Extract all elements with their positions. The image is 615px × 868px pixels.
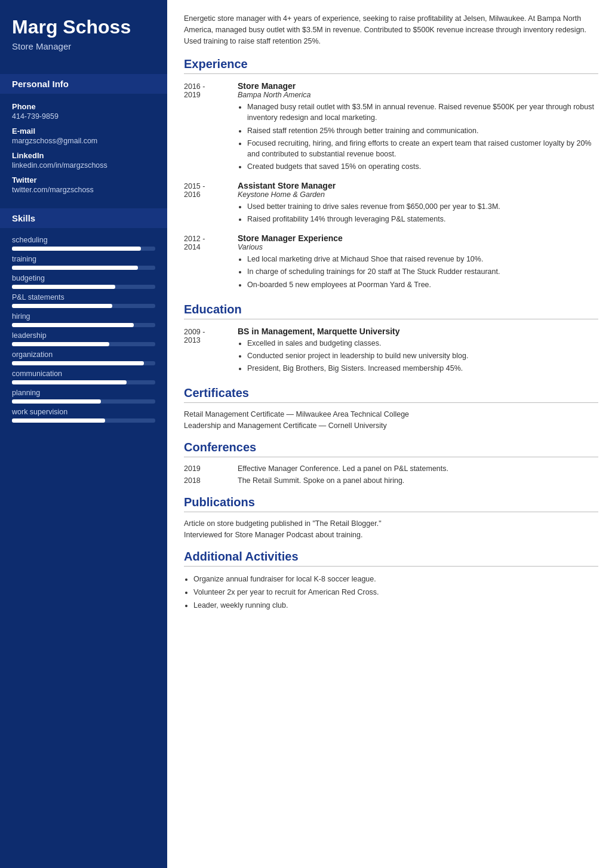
- conference-entry: 2018 The Retail Summit. Spoke on a panel…: [184, 476, 598, 485]
- skill-bar: [12, 304, 155, 308]
- skill-bar: [12, 418, 155, 423]
- sidebar: Marg Schoss Store Manager Personal Info …: [0, 0, 167, 868]
- additional-title: Additional Activities: [184, 550, 598, 567]
- skill-name: leadership: [12, 331, 155, 340]
- edu-bullet: Conducted senior project in leadership t…: [247, 350, 598, 361]
- skill-bar: [12, 266, 155, 270]
- exp-bullets: Used better training to drive sales reve…: [238, 201, 598, 224]
- certificates-title: Certificates: [184, 386, 598, 403]
- skill-item: work supervision: [0, 406, 167, 425]
- exp-dates: 2015 -2016: [184, 181, 238, 226]
- email-field: E-mail margzschoss@gmail.com: [0, 124, 167, 149]
- skill-item: budgeting: [0, 272, 167, 291]
- publication-item: Interviewed for Store Manager Podcast ab…: [184, 531, 598, 539]
- exp-content: Store Manager Bampa North America Manage…: [238, 81, 598, 174]
- exp-dates: 2016 -2019: [184, 81, 238, 174]
- resume-container: Marg Schoss Store Manager Personal Info …: [0, 0, 615, 868]
- twitter-label: Twitter: [12, 176, 155, 184]
- phone-value: 414-739-9859: [12, 112, 155, 121]
- skill-bar: [12, 323, 155, 327]
- twitter-value: twitter.com/margzschoss: [12, 186, 155, 194]
- edu-degree: BS in Management, Marquette University: [238, 327, 598, 336]
- linkedin-label: LinkedIn: [12, 151, 155, 160]
- twitter-field: Twitter twitter.com/margzschoss: [0, 173, 167, 198]
- exp-bullet: Raised staff retention 25% through bette…: [247, 125, 598, 136]
- additional-item: Organize annual fundraiser for local K-8…: [193, 574, 598, 584]
- skill-name: work supervision: [12, 408, 155, 416]
- additional-section: Additional Activities Organize annual fu…: [184, 550, 598, 611]
- candidate-title: Store Manager: [12, 41, 155, 51]
- conferences-list: 2019 Effective Manager Conference. Led a…: [184, 464, 598, 485]
- conf-text: Effective Manager Conference. Led a pane…: [238, 464, 598, 473]
- phone-label: Phone: [12, 102, 155, 111]
- skill-name: communication: [12, 370, 155, 378]
- edu-bullet: Excelled in sales and budgeting classes.: [247, 338, 598, 349]
- exp-content: Assistant Store Manager Keystone Home & …: [238, 181, 598, 226]
- skill-bar-fill: [12, 266, 138, 270]
- exp-bullet: On-boarded 5 new employees at Poorman Ya…: [247, 279, 598, 290]
- exp-company: Bampa North America: [238, 91, 598, 99]
- skill-name: organization: [12, 350, 155, 359]
- education-list: 2009 -2013 BS in Management, Marquette U…: [184, 327, 598, 375]
- phone-field: Phone 414-739-9859: [0, 100, 167, 124]
- publications-section: Publications Article on store budgeting …: [184, 495, 598, 539]
- skill-name: budgeting: [12, 274, 155, 282]
- skill-bar-fill: [12, 304, 112, 308]
- exp-job-title: Store Manager: [238, 81, 598, 91]
- email-value: margzschoss@gmail.com: [12, 137, 155, 145]
- conference-entry: 2019 Effective Manager Conference. Led a…: [184, 464, 598, 473]
- edu-bullet: President, Big Brothers, Big Sisters. In…: [247, 363, 598, 374]
- conferences-title: Conferences: [184, 441, 598, 457]
- skill-bar-fill: [12, 380, 127, 384]
- personal-info-title: Personal Info: [0, 74, 167, 94]
- exp-job-title: Store Manager Experience: [238, 233, 598, 243]
- skills-section: Skills scheduling training budgeting P&L…: [0, 208, 167, 425]
- skill-name: hiring: [12, 312, 155, 321]
- experience-list: 2016 -2019 Store Manager Bampa North Ame…: [184, 81, 598, 291]
- publication-item: Article on store budgeting published in …: [184, 519, 598, 528]
- skill-bar: [12, 380, 155, 384]
- skill-name: scheduling: [12, 236, 155, 244]
- exp-job-title: Assistant Store Manager: [238, 181, 598, 190]
- personal-info-section: Personal Info Phone 414-739-9859 E-mail …: [0, 74, 167, 198]
- experience-section: Experience 2016 -2019 Store Manager Bamp…: [184, 57, 598, 291]
- experience-entry: 2015 -2016 Assistant Store Manager Keyst…: [184, 181, 598, 226]
- linkedin-value: linkedin.com/in/margzschoss: [12, 161, 155, 170]
- sidebar-header: Marg Schoss Store Manager: [0, 0, 167, 63]
- additional-item: Leader, weekly running club.: [193, 600, 598, 611]
- skill-name: training: [12, 255, 155, 263]
- experience-entry: 2016 -2019 Store Manager Bampa North Ame…: [184, 81, 598, 174]
- candidate-name: Marg Schoss: [12, 17, 155, 38]
- exp-bullets: Led local marketing drive at Michaud Sho…: [238, 254, 598, 290]
- publications-title: Publications: [184, 495, 598, 512]
- skill-bar-fill: [12, 418, 105, 423]
- additional-item: Volunteer 2x per year to recruit for Ame…: [193, 587, 598, 598]
- skill-bar-fill: [12, 247, 141, 251]
- skill-item: training: [0, 253, 167, 272]
- email-label: E-mail: [12, 127, 155, 136]
- exp-bullet: Created budgets that saved 15% on operat…: [247, 161, 598, 172]
- conf-text: The Retail Summit. Spoke on a panel abou…: [238, 476, 598, 485]
- skill-item: planning: [0, 387, 167, 406]
- education-title: Education: [184, 303, 598, 319]
- skill-item: organization: [0, 349, 167, 368]
- skill-bar-fill: [12, 323, 134, 327]
- publications-list: Article on store budgeting published in …: [184, 519, 598, 539]
- skill-name: P&L statements: [12, 293, 155, 301]
- skills-list: scheduling training budgeting P&L statem…: [0, 234, 167, 425]
- skill-bar-fill: [12, 399, 101, 404]
- exp-bullet: Managed busy retail outlet with $3.5M in…: [247, 101, 598, 123]
- exp-bullet: In charge of scheduling trainings for 20…: [247, 266, 598, 277]
- skill-bar-fill: [12, 342, 109, 346]
- conferences-section: Conferences 2019 Effective Manager Confe…: [184, 441, 598, 485]
- skill-item: scheduling: [0, 234, 167, 253]
- skill-bar: [12, 399, 155, 404]
- edu-content: BS in Management, Marquette University E…: [238, 327, 598, 375]
- skill-name: planning: [12, 389, 155, 397]
- skill-bar: [12, 247, 155, 251]
- experience-entry: 2012 -2014 Store Manager Experience Vari…: [184, 233, 598, 291]
- exp-bullet: Focused recruiting, hiring, and firing e…: [247, 138, 598, 159]
- certificates-section: Certificates Retail Management Certifica…: [184, 386, 598, 430]
- conf-year: 2019: [184, 464, 238, 473]
- skill-item: communication: [0, 368, 167, 387]
